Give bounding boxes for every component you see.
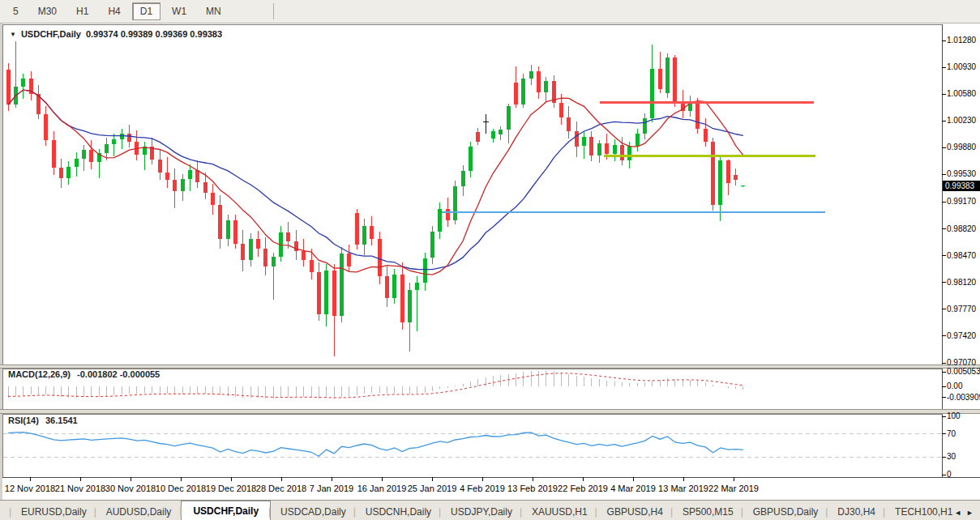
timeframe-list: 5M30H1H4D1W1MN: [0, 0, 231, 23]
symbol-tab[interactable]: GBPUSD,H4: [597, 503, 673, 520]
macd-axis-tick: -0.003909: [947, 393, 980, 402]
rsi-name: RSI(14): [8, 416, 39, 425]
timeframe-button[interactable]: D1: [132, 2, 160, 20]
timeframe-toolbar: 5M30H1H4D1W1MN: [0, 0, 980, 23]
price-axis-tick: 1.00930: [947, 62, 976, 71]
rsi-indicator-label: RSI(14) 36.1541: [8, 416, 78, 425]
tab-scroll-left-icon[interactable]: ◄: [954, 509, 961, 517]
price-axis-tick: 0.99530: [947, 169, 976, 178]
chart-ohlc-values: 0.99374 0.99389 0.99369 0.99383: [86, 29, 222, 39]
window-left-border: [0, 23, 2, 500]
collapse-triangle-icon[interactable]: ▼: [10, 31, 16, 38]
price-axis-tick: 0.98470: [947, 251, 976, 260]
timeframe-button[interactable]: H1: [68, 2, 96, 20]
price-axis-tick: 0.98120: [947, 278, 976, 287]
symbol-tab[interactable]: TECH100,H1: [885, 503, 954, 520]
macd-axis-tick: 0.005053: [947, 367, 980, 376]
timeframe-button[interactable]: H4: [100, 2, 128, 20]
symbol-tab[interactable]: USDCNH,Daily: [356, 503, 441, 520]
current-price-tag: 0.99383: [943, 181, 980, 191]
symbol-tab[interactable]: DJ30,H4: [828, 503, 885, 520]
symbol-tab[interactable]: USDJPY,Daily: [441, 503, 522, 520]
symbol-tabbar: EURUSD,DailyAUDUSD,DailyUSDCHF,DailyUSDC…: [0, 500, 980, 520]
symbol-tabs: EURUSD,DailyAUDUSD,DailyUSDCHF,DailyUSDC…: [0, 501, 954, 520]
chart-title: ▼ USDCHF,Daily 0.99374 0.99389 0.99369 0…: [10, 29, 222, 39]
timeframe-button[interactable]: 5: [5, 2, 27, 20]
rsi-value: 36.1541: [45, 416, 78, 425]
pane-splitter[interactable]: [0, 364, 980, 369]
symbol-tab[interactable]: EURUSD,Daily: [11, 503, 96, 520]
timeframe-button[interactable]: MN: [198, 2, 229, 20]
rsi-axis-tick: 70: [947, 429, 956, 438]
date-axis-label: 22 Mar 2019: [701, 484, 766, 493]
price-axis-tick: 0.99880: [947, 143, 976, 151]
symbol-tab[interactable]: GBPUSD,Daily: [743, 503, 828, 520]
price-axis-tick: 0.99170: [947, 197, 976, 206]
macd-values: -0.001802 -0.000055: [77, 369, 160, 379]
rsi-axis-tick: 0: [947, 470, 952, 479]
timeframe-button[interactable]: W1: [164, 2, 195, 20]
price-axis-tick: 1.00580: [947, 89, 976, 98]
toolbar-separator: [273, 3, 274, 19]
macd-indicator-label: MACD(12,26,9) -0.001802 -0.000055: [8, 369, 160, 379]
price-axis-tick: 1.00230: [947, 116, 976, 125]
symbol-tab[interactable]: USDCHF,Daily: [181, 501, 271, 520]
pane-splitter[interactable]: [0, 409, 980, 414]
price-axis-tick: 0.98820: [947, 224, 976, 233]
price-axis-tick: 0.97420: [947, 331, 976, 340]
timeframe-button[interactable]: M30: [30, 2, 65, 20]
chart-symbol-label: USDCHF,Daily: [21, 29, 81, 39]
symbol-tab[interactable]: USDCAD,Daily: [271, 503, 356, 520]
macd-name: MACD(12,26,9): [8, 369, 71, 379]
tab-scroll-right-icon[interactable]: ►: [966, 509, 974, 517]
symbol-tab[interactable]: XAUUSD,H1: [522, 503, 597, 520]
chart-canvas[interactable]: [0, 0, 980, 520]
symbol-tab[interactable]: AUDUSD,Daily: [96, 503, 182, 520]
symbol-tab[interactable]: SP500,M15: [673, 503, 743, 520]
price-axis-tick: 1.01280: [947, 36, 976, 45]
tab-scroll-arrows: ◄ ►: [954, 509, 980, 520]
trading-app-window: 5M30H1H4D1W1MN ▼ USDCHF,Daily 0.99374 0.…: [0, 0, 980, 520]
price-axis-tick: 0.97770: [947, 305, 976, 313]
rsi-axis-tick: 100: [947, 411, 961, 420]
price-axis-tick: 0.97070: [947, 358, 976, 367]
macd-axis-tick: 0.00: [947, 381, 962, 390]
rsi-axis-tick: 30: [947, 452, 956, 461]
